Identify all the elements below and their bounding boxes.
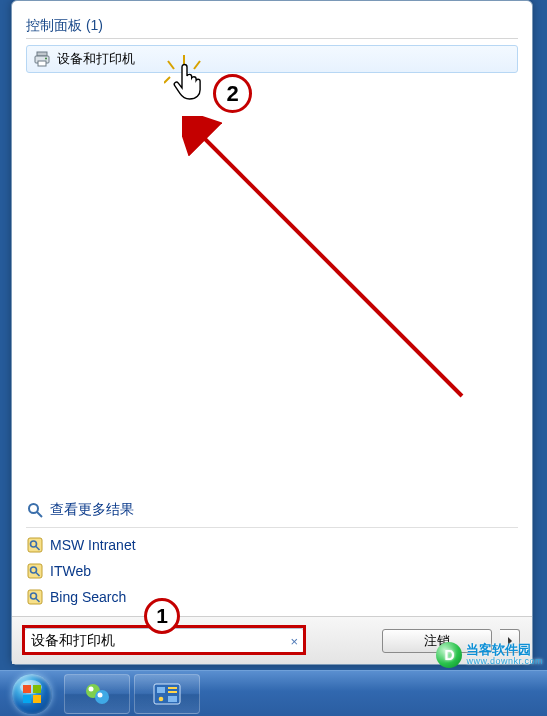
watermark-logo-icon bbox=[436, 642, 462, 668]
watermark-url: www.downkr.com bbox=[466, 657, 543, 666]
search-results-area: 控制面板 (1) 设备和打印机 2 bbox=[12, 1, 532, 664]
annotation-step-1: 1 bbox=[144, 598, 180, 634]
annotation-arrow bbox=[182, 116, 482, 416]
provider-label: Bing Search bbox=[50, 589, 126, 605]
svg-rect-0 bbox=[37, 52, 47, 56]
svg-point-28 bbox=[159, 696, 164, 701]
watermark: 当客软件园 www.downkr.com bbox=[436, 642, 543, 668]
taskbar-app-messenger[interactable] bbox=[64, 674, 130, 714]
start-button[interactable] bbox=[4, 672, 60, 716]
provider-label: MSW Intranet bbox=[50, 537, 136, 553]
svg-line-8 bbox=[200, 134, 462, 396]
svg-rect-29 bbox=[168, 696, 177, 702]
svg-point-3 bbox=[45, 58, 47, 60]
hand-cursor-icon bbox=[168, 63, 204, 103]
svg-rect-26 bbox=[168, 687, 177, 689]
intranet-icon bbox=[26, 536, 44, 554]
see-more-label: 查看更多结果 bbox=[50, 501, 134, 519]
svg-point-22 bbox=[89, 686, 94, 691]
svg-rect-2 bbox=[38, 61, 46, 66]
itweb-icon bbox=[26, 562, 44, 580]
svg-point-21 bbox=[95, 690, 109, 704]
svg-rect-27 bbox=[168, 691, 177, 693]
result-devices-and-printers[interactable]: 设备和打印机 bbox=[26, 45, 518, 73]
control-panel-icon bbox=[152, 682, 182, 706]
result-label: 设备和打印机 bbox=[57, 50, 135, 68]
windows-flag-icon bbox=[23, 685, 41, 703]
svg-point-23 bbox=[98, 692, 103, 697]
bing-icon bbox=[26, 588, 44, 606]
provider-label: ITWeb bbox=[50, 563, 91, 579]
svg-rect-25 bbox=[157, 687, 165, 693]
watermark-text: 当客软件园 www.downkr.com bbox=[466, 643, 543, 666]
search-provider-msw-intranet[interactable]: MSW Intranet bbox=[26, 532, 518, 558]
taskbar-app-control-panel[interactable] bbox=[134, 674, 200, 714]
see-more-results-link[interactable]: 查看更多结果 bbox=[26, 497, 518, 523]
printer-icon bbox=[33, 50, 51, 68]
magnifier-icon bbox=[26, 501, 44, 519]
svg-point-9 bbox=[29, 504, 38, 513]
clear-search-button[interactable]: × bbox=[290, 633, 298, 648]
divider bbox=[26, 527, 518, 528]
svg-line-10 bbox=[37, 512, 42, 517]
messenger-icon bbox=[82, 680, 112, 708]
search-provider-bing[interactable]: Bing Search bbox=[26, 584, 518, 610]
search-provider-itweb[interactable]: ITWeb bbox=[26, 558, 518, 584]
bottom-links: 查看更多结果 MSW Intranet ITWeb Bing Search bbox=[26, 497, 518, 610]
taskbar bbox=[0, 670, 547, 716]
windows-orb-icon bbox=[12, 674, 52, 714]
start-menu-search-panel: 控制面板 (1) 设备和打印机 2 bbox=[11, 0, 533, 665]
section-header-control-panel: 控制面板 (1) bbox=[26, 17, 518, 39]
annotation-step-2: 2 bbox=[213, 74, 252, 113]
